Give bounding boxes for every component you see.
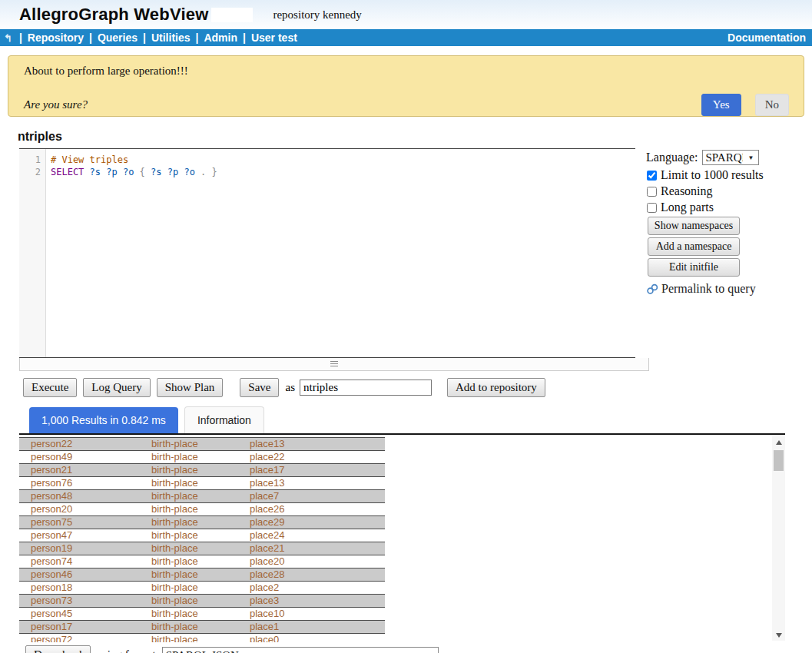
subject-cell[interactable]: person19 — [19, 542, 151, 555]
table-row[interactable]: person22birth-placeplace13 — [19, 438, 385, 451]
add-a-namespace-button[interactable]: Add a namespace — [648, 237, 740, 256]
show-namespaces-button[interactable]: Show namespaces — [648, 217, 740, 235]
predicate-cell[interactable]: birth-place — [151, 503, 250, 515]
predicate-cell[interactable]: birth-place — [151, 608, 250, 620]
table-row[interactable]: person75birth-placeplace29 — [19, 516, 385, 529]
subject-cell[interactable]: person45 — [19, 608, 151, 620]
permalink-to-query-link[interactable]: Permalink to query — [646, 282, 809, 296]
checkbox-limit-to-1000-results[interactable] — [647, 171, 657, 181]
predicate-cell[interactable]: birth-place — [151, 595, 250, 607]
predicate-cell[interactable]: birth-place — [151, 438, 250, 450]
download-button[interactable]: Download — [25, 645, 91, 653]
predicate-cell[interactable]: birth-place — [151, 582, 250, 594]
subject-cell[interactable]: person74 — [19, 555, 151, 568]
table-row[interactable]: person47birth-placeplace24 — [19, 529, 385, 542]
execute-button[interactable]: Execute — [23, 378, 77, 397]
add-to-repository-button[interactable]: Add to repository — [447, 378, 545, 397]
table-row[interactable]: person48birth-placeplace7 — [19, 490, 385, 503]
object-cell[interactable]: place29 — [250, 516, 385, 529]
object-cell[interactable]: place17 — [250, 464, 385, 476]
object-cell[interactable]: place0 — [250, 634, 385, 642]
table-row[interactable]: person20birth-placeplace26 — [19, 503, 385, 516]
nav-item-utilities[interactable]: Utilities — [151, 31, 191, 44]
scrollbar-thumb[interactable] — [774, 450, 784, 471]
object-cell[interactable]: place13 — [250, 438, 385, 450]
subject-cell[interactable]: person22 — [19, 438, 151, 450]
object-cell[interactable]: place22 — [250, 451, 385, 463]
table-row[interactable]: person19birth-placeplace21 — [19, 542, 385, 555]
table-row[interactable]: person76birth-placeplace13 — [19, 477, 385, 490]
results-scrollbar[interactable] — [772, 436, 785, 641]
object-cell[interactable]: place28 — [250, 568, 385, 581]
language-select[interactable]: SPARQL — [702, 150, 759, 165]
tab-information[interactable]: Information — [184, 406, 264, 433]
edit-initfile-button[interactable]: Edit initfile — [648, 258, 740, 277]
save-name-input[interactable] — [300, 380, 432, 396]
object-cell[interactable]: place20 — [250, 555, 385, 568]
object-cell[interactable]: place26 — [250, 503, 385, 515]
subject-cell[interactable]: person48 — [19, 490, 151, 502]
option-limit-to-1000-results[interactable]: Limit to 1000 results — [646, 168, 809, 182]
predicate-cell[interactable]: birth-place — [151, 621, 250, 633]
object-cell[interactable]: place7 — [250, 490, 385, 502]
scroll-down-button[interactable] — [772, 629, 785, 641]
predicate-cell[interactable]: birth-place — [151, 516, 250, 529]
query-editor[interactable]: 12 # View triplesSELECT ?s ?p ?o { ?s ?p… — [19, 148, 635, 358]
option-long-parts[interactable]: Long parts — [646, 201, 809, 214]
table-row[interactable]: person74birth-placeplace20 — [19, 555, 385, 568]
object-cell[interactable]: place13 — [250, 477, 385, 489]
option-reasoning[interactable]: Reasoning — [646, 184, 809, 198]
back-arrow-icon[interactable]: ↰ — [4, 33, 12, 43]
nav-item-repository[interactable]: Repository — [28, 31, 84, 44]
table-row[interactable]: person21birth-placeplace17 — [19, 464, 385, 477]
subject-cell[interactable]: person47 — [19, 529, 151, 542]
table-row[interactable]: person72birth-placeplace0 — [19, 634, 385, 642]
yes-button[interactable]: Yes — [701, 94, 741, 116]
subject-cell[interactable]: person20 — [19, 503, 151, 515]
subject-cell[interactable]: person18 — [19, 582, 151, 594]
object-cell[interactable]: place2 — [250, 582, 385, 594]
editor-resize-handle[interactable] — [19, 358, 649, 371]
object-cell[interactable]: place24 — [250, 529, 385, 542]
table-row[interactable]: person18birth-placeplace2 — [19, 582, 385, 595]
table-row[interactable]: person17birth-placeplace1 — [19, 621, 385, 634]
object-cell[interactable]: place1 — [250, 621, 385, 633]
nav-item-user-test[interactable]: User test — [251, 31, 297, 44]
nav-item-admin[interactable]: Admin — [204, 31, 237, 44]
subject-cell[interactable]: person17 — [19, 621, 151, 633]
scroll-up-button[interactable] — [772, 436, 785, 448]
save-button[interactable]: Save — [240, 378, 279, 397]
predicate-cell[interactable]: birth-place — [151, 542, 250, 555]
predicate-cell[interactable]: birth-place — [151, 464, 250, 476]
table-row[interactable]: person49birth-placeplace22 — [19, 451, 385, 464]
no-button[interactable]: No — [755, 94, 789, 116]
object-cell[interactable]: place3 — [250, 595, 385, 607]
nav-item-queries[interactable]: Queries — [98, 31, 138, 44]
format-select[interactable]: SPARQL JSON — [162, 647, 439, 653]
predicate-cell[interactable]: birth-place — [151, 451, 250, 463]
object-cell[interactable]: place21 — [250, 542, 385, 555]
table-row[interactable]: person45birth-placeplace10 — [19, 608, 385, 621]
nav-item-documentation[interactable]: Documentation — [727, 31, 806, 44]
subject-cell[interactable]: person21 — [19, 464, 151, 476]
tab-1-000-results-in-0-842-ms[interactable]: 1,000 Results in 0.842 ms — [29, 407, 178, 433]
subject-cell[interactable]: person49 — [19, 451, 151, 463]
editor-code-area[interactable]: # View triplesSELECT ?s ?p ?o { ?s ?p ?o… — [47, 149, 635, 178]
subject-cell[interactable]: person76 — [19, 477, 151, 489]
predicate-cell[interactable]: birth-place — [151, 568, 250, 581]
subject-cell[interactable]: person72 — [19, 634, 151, 642]
table-row[interactable]: person46birth-placeplace28 — [19, 568, 385, 582]
checkbox-reasoning[interactable] — [647, 187, 657, 197]
subject-cell[interactable]: person75 — [19, 516, 151, 529]
subject-cell[interactable]: person46 — [19, 568, 151, 581]
checkbox-long-parts[interactable] — [647, 203, 657, 213]
subject-cell[interactable]: person73 — [19, 595, 151, 607]
table-row[interactable]: person73birth-placeplace3 — [19, 595, 385, 608]
predicate-cell[interactable]: birth-place — [151, 634, 250, 642]
predicate-cell[interactable]: birth-place — [151, 477, 250, 489]
object-cell[interactable]: place10 — [250, 608, 385, 620]
predicate-cell[interactable]: birth-place — [151, 490, 250, 502]
predicate-cell[interactable]: birth-place — [151, 555, 250, 568]
predicate-cell[interactable]: birth-place — [151, 529, 250, 542]
show-plan-button[interactable]: Show Plan — [157, 378, 224, 397]
